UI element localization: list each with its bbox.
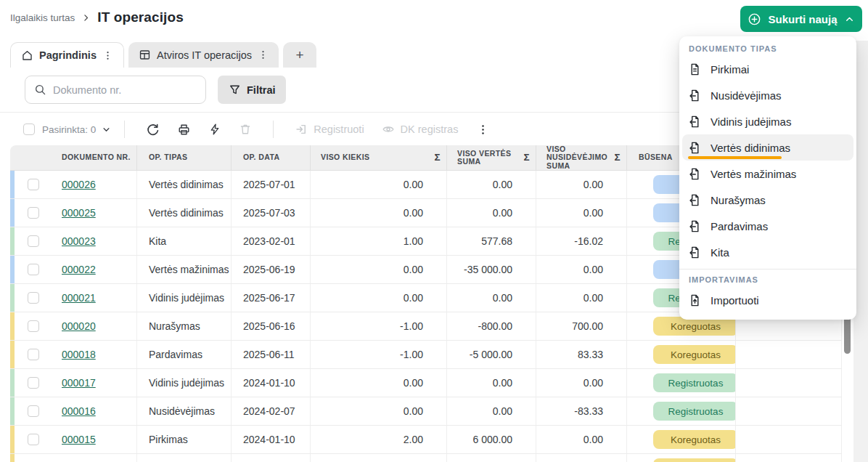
actions-button[interactable] xyxy=(208,123,221,136)
op-data-cell: 2025-06-19 xyxy=(232,256,311,283)
document-number-link[interactable]: 000022 xyxy=(62,264,96,275)
row-checkbox[interactable] xyxy=(28,264,39,275)
viso-vertes-suma-cell: 0.00 xyxy=(447,397,536,425)
dropdown-section-label: IMPORTAVIMAS xyxy=(679,272,856,287)
document-number-link[interactable]: 000025 xyxy=(62,207,96,219)
dropdown-item-vertės-didinimas[interactable]: Vertės didinimas xyxy=(682,134,853,161)
tab-strip: Pagrindinis Atviros IT operacijos + xyxy=(10,42,316,68)
row-checkbox[interactable] xyxy=(28,377,39,389)
row-checkbox[interactable] xyxy=(28,207,39,219)
toolbar-kebab-button[interactable] xyxy=(477,123,489,136)
row-checkbox[interactable] xyxy=(28,292,39,304)
column-header: DOKUMENTO NR. xyxy=(50,145,137,170)
viso-nusidevejimo-suma-cell: -16.02 xyxy=(536,227,627,255)
empty-cell xyxy=(736,369,842,397)
empty-cell xyxy=(736,426,842,453)
chevron-up-icon xyxy=(844,14,855,25)
document-number-link[interactable]: 000021 xyxy=(62,292,96,304)
table-row xyxy=(10,454,842,462)
viso-kiekis-cell: 2.00 xyxy=(311,426,447,453)
viso-kiekis-cell: 0.00 xyxy=(311,199,447,227)
active-item-underline xyxy=(688,156,782,159)
dk-registras-button[interactable]: DK registras xyxy=(382,123,459,136)
add-tab-button[interactable]: + xyxy=(283,42,316,68)
grid-icon xyxy=(139,49,151,61)
dropdown-item-pardavimas[interactable]: Pardavimas xyxy=(679,213,856,239)
filter-button[interactable]: Filtrai xyxy=(218,76,286,104)
sum-icon[interactable]: Σ xyxy=(614,153,621,163)
dropdown-item-vidinis-judėjimas[interactable]: Vidinis judėjimas xyxy=(679,108,856,134)
table-row: 000017 Vidinis judėjimas 2024-01-10 0.00… xyxy=(10,369,842,397)
tab-kebab-icon[interactable] xyxy=(102,50,113,61)
tab-kebab-icon[interactable] xyxy=(258,49,269,60)
dropdown-item-nusidėvėjimas[interactable]: Nusidėvėjimas xyxy=(679,82,856,108)
funnel-icon xyxy=(229,84,241,96)
document-number-link[interactable]: 000016 xyxy=(62,405,96,417)
document-number-link[interactable]: 000026 xyxy=(62,179,96,190)
viso-vertes-suma-cell: 0.00 xyxy=(447,199,536,227)
refresh-button[interactable] xyxy=(146,123,160,137)
selected-count-label: Pasirinkta: 0 xyxy=(42,124,96,135)
sum-icon[interactable]: Σ xyxy=(434,153,441,163)
document-export-icon xyxy=(688,167,702,181)
dropdown-item-importuoti[interactable]: Importuoti xyxy=(679,287,856,313)
row-checkbox[interactable] xyxy=(28,434,39,445)
dropdown-item-label: Pardavimas xyxy=(711,220,768,232)
status-badge: Koreguotas xyxy=(653,430,736,449)
bolt-icon xyxy=(208,123,221,136)
dropdown-item-pirkimai[interactable]: Pirkimai xyxy=(679,56,856,82)
breadcrumb-parent-link[interactable]: Ilgalaikis turtas xyxy=(10,12,75,23)
create-new-button[interactable]: Sukurti naują xyxy=(740,6,862,32)
op-data-cell: 2025-07-01 xyxy=(232,171,311,198)
toolbar-divider xyxy=(124,121,125,138)
dropdown-item-nurašymas[interactable]: Nurašymas xyxy=(679,187,856,213)
document-export-icon xyxy=(688,193,702,207)
document-number-link[interactable]: 000017 xyxy=(62,377,96,389)
op-tipas-cell: Vidinis judėjimas xyxy=(137,284,232,312)
column-header: VISO KIEKISΣ xyxy=(311,145,447,170)
dropdown-item-vertės-mažinimas[interactable]: Vertės mažinimas xyxy=(679,161,856,187)
row-checkbox[interactable] xyxy=(28,349,39,360)
delete-button[interactable] xyxy=(239,123,252,136)
filter-label: Filtrai xyxy=(247,84,275,96)
search-box[interactable] xyxy=(25,76,206,104)
tab-label: Pagrindinis xyxy=(39,49,97,61)
op-tipas-cell: Vertės didinimas xyxy=(137,199,232,227)
document-number-link[interactable]: 000020 xyxy=(62,320,96,332)
dropdown-item-label: Importuoti xyxy=(711,294,759,307)
eye-icon xyxy=(382,123,395,136)
op-tipas-cell: Vidinis judėjimas xyxy=(137,369,232,397)
row-checkbox[interactable] xyxy=(28,320,39,332)
print-button[interactable] xyxy=(177,123,191,137)
row-checkbox[interactable] xyxy=(28,235,39,247)
op-data-cell: 2023-02-01 xyxy=(232,227,311,255)
document-number-link[interactable]: 000015 xyxy=(62,434,96,445)
viso-vertes-suma-cell: 0.00 xyxy=(447,171,536,198)
search-icon xyxy=(34,84,46,96)
document-number-link[interactable]: 000023 xyxy=(62,235,96,247)
select-all-checkbox[interactable] xyxy=(23,123,35,135)
tab-pagrindinis[interactable]: Pagrindinis xyxy=(10,42,124,68)
register-button[interactable]: Registruoti xyxy=(295,123,364,136)
search-input[interactable] xyxy=(53,84,197,96)
refresh-icon xyxy=(146,123,160,137)
row-checkbox[interactable] xyxy=(28,179,39,190)
chevron-down-icon[interactable] xyxy=(101,124,112,135)
dropdown-item-kita[interactable]: Kita xyxy=(679,239,856,265)
viso-kiekis-cell: 0.00 xyxy=(311,369,447,397)
home-icon xyxy=(21,49,33,62)
viso-nusidevejimo-suma-cell: 700.00 xyxy=(536,312,627,340)
op-tipas-cell: Nurašymas xyxy=(137,312,232,340)
row-checkbox[interactable] xyxy=(28,405,39,417)
document-export-icon xyxy=(688,115,702,129)
tab-atviros-it-operacijos[interactable]: Atviros IT operacijos xyxy=(128,42,279,68)
document-number-link[interactable]: 000018 xyxy=(62,349,96,360)
viso-nusidevejimo-suma-cell: -83.33 xyxy=(536,397,627,425)
create-new-dropdown: DOKUMENTO TIPAS Pirkimai Nusidėvėjimas V… xyxy=(679,36,856,320)
sum-icon[interactable]: Σ xyxy=(523,153,530,163)
viso-nusidevejimo-suma-cell: 0.00 xyxy=(536,171,627,198)
column-header-label: VISO NUSIDĖVĖJIMO SUMA xyxy=(546,145,611,170)
viso-kiekis-cell: 1.00 xyxy=(311,227,447,255)
viso-vertes-suma-cell: -5 000.00 xyxy=(447,341,536,368)
op-tipas-cell: Vertės mažinimas xyxy=(137,256,232,283)
